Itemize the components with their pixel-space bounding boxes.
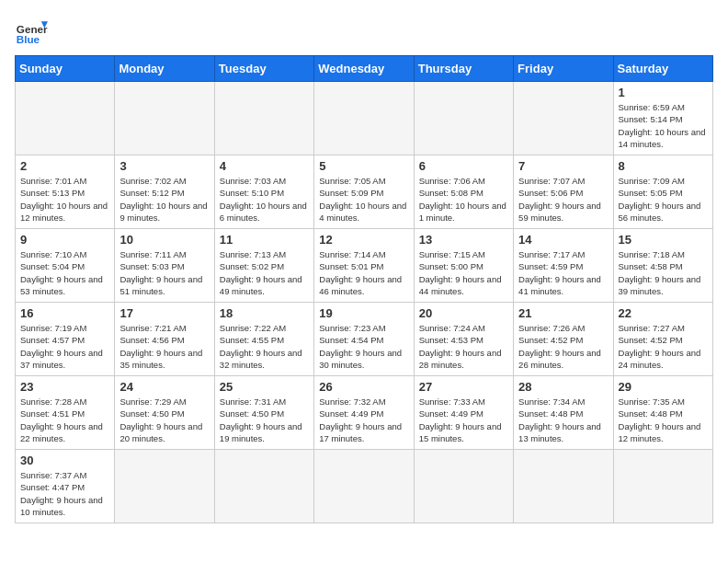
day-number: 8 bbox=[619, 159, 709, 173]
day-cell: 11Sunrise: 7:13 AM Sunset: 5:02 PM Dayli… bbox=[214, 229, 313, 303]
day-number: 6 bbox=[419, 159, 509, 173]
day-info: Sunrise: 7:07 AM Sunset: 5:06 PM Dayligh… bbox=[518, 175, 609, 224]
day-cell: 18Sunrise: 7:22 AM Sunset: 4:55 PM Dayli… bbox=[214, 303, 313, 376]
day-number: 30 bbox=[20, 454, 110, 467]
day-info: Sunrise: 7:27 AM Sunset: 4:52 PM Dayligh… bbox=[619, 322, 709, 371]
day-cell: 21Sunrise: 7:26 AM Sunset: 4:52 PM Dayli… bbox=[514, 303, 613, 376]
day-cell: 30Sunrise: 7:37 AM Sunset: 4:47 PM Dayli… bbox=[16, 450, 115, 523]
day-info: Sunrise: 7:01 AM Sunset: 5:13 PM Dayligh… bbox=[20, 175, 110, 224]
day-cell: 27Sunrise: 7:33 AM Sunset: 4:49 PM Dayli… bbox=[414, 376, 513, 450]
day-number: 24 bbox=[119, 380, 210, 394]
day-cell bbox=[314, 82, 414, 155]
weekday-header-monday: Monday bbox=[115, 56, 214, 82]
day-info: Sunrise: 6:59 AM Sunset: 5:14 PM Dayligh… bbox=[619, 101, 709, 150]
day-cell: 15Sunrise: 7:18 AM Sunset: 4:58 PM Dayli… bbox=[613, 229, 712, 303]
day-cell: 1Sunrise: 6:59 AM Sunset: 5:14 PM Daylig… bbox=[613, 82, 712, 155]
day-number: 20 bbox=[419, 306, 509, 320]
day-number: 15 bbox=[619, 233, 709, 247]
day-cell: 8Sunrise: 7:09 AM Sunset: 5:05 PM Daylig… bbox=[613, 155, 712, 229]
day-info: Sunrise: 7:37 AM Sunset: 4:47 PM Dayligh… bbox=[20, 469, 110, 518]
day-number: 18 bbox=[220, 306, 310, 320]
day-info: Sunrise: 7:06 AM Sunset: 5:08 PM Dayligh… bbox=[419, 175, 509, 224]
day-info: Sunrise: 7:28 AM Sunset: 4:51 PM Dayligh… bbox=[20, 396, 110, 444]
day-cell: 25Sunrise: 7:31 AM Sunset: 4:50 PM Dayli… bbox=[214, 376, 313, 450]
day-info: Sunrise: 7:26 AM Sunset: 4:52 PM Dayligh… bbox=[518, 322, 609, 371]
day-cell: 12Sunrise: 7:14 AM Sunset: 5:01 PM Dayli… bbox=[314, 229, 414, 303]
day-info: Sunrise: 7:05 AM Sunset: 5:09 PM Dayligh… bbox=[319, 175, 409, 224]
day-cell: 6Sunrise: 7:06 AM Sunset: 5:08 PM Daylig… bbox=[414, 155, 513, 229]
day-cell: 29Sunrise: 7:35 AM Sunset: 4:48 PM Dayli… bbox=[613, 376, 712, 450]
day-number: 23 bbox=[20, 380, 110, 394]
day-cell bbox=[115, 450, 214, 523]
day-number: 27 bbox=[419, 380, 509, 394]
day-info: Sunrise: 7:32 AM Sunset: 4:49 PM Dayligh… bbox=[319, 396, 409, 444]
day-cell bbox=[514, 82, 613, 155]
day-cell: 22Sunrise: 7:27 AM Sunset: 4:52 PM Dayli… bbox=[613, 303, 712, 376]
day-number: 9 bbox=[20, 233, 110, 247]
week-row-5: 23Sunrise: 7:28 AM Sunset: 4:51 PM Dayli… bbox=[16, 376, 713, 450]
day-number: 21 bbox=[518, 306, 609, 320]
day-cell: 26Sunrise: 7:32 AM Sunset: 4:49 PM Dayli… bbox=[314, 376, 414, 450]
day-cell: 24Sunrise: 7:29 AM Sunset: 4:50 PM Dayli… bbox=[115, 376, 214, 450]
day-number: 12 bbox=[319, 233, 409, 247]
day-info: Sunrise: 7:13 AM Sunset: 5:02 PM Dayligh… bbox=[220, 248, 310, 297]
calendar-table: SundayMondayTuesdayWednesdayThursdayFrid… bbox=[15, 55, 713, 523]
day-cell: 14Sunrise: 7:17 AM Sunset: 4:59 PM Dayli… bbox=[514, 229, 613, 303]
day-number: 2 bbox=[20, 159, 110, 173]
day-number: 29 bbox=[619, 380, 709, 394]
weekday-header-friday: Friday bbox=[514, 56, 613, 82]
logo-icon: General Blue bbox=[15, 15, 48, 48]
day-cell: 3Sunrise: 7:02 AM Sunset: 5:12 PM Daylig… bbox=[115, 155, 214, 229]
week-row-4: 16Sunrise: 7:19 AM Sunset: 4:57 PM Dayli… bbox=[16, 303, 713, 376]
day-info: Sunrise: 7:09 AM Sunset: 5:05 PM Dayligh… bbox=[619, 175, 709, 224]
day-number: 11 bbox=[220, 233, 310, 247]
day-number: 17 bbox=[119, 306, 210, 320]
day-cell bbox=[115, 82, 214, 155]
day-info: Sunrise: 7:17 AM Sunset: 4:59 PM Dayligh… bbox=[518, 248, 609, 297]
week-row-2: 2Sunrise: 7:01 AM Sunset: 5:13 PM Daylig… bbox=[16, 155, 713, 229]
day-info: Sunrise: 7:03 AM Sunset: 5:10 PM Dayligh… bbox=[220, 175, 310, 224]
weekday-header-thursday: Thursday bbox=[414, 56, 513, 82]
day-cell: 4Sunrise: 7:03 AM Sunset: 5:10 PM Daylig… bbox=[214, 155, 313, 229]
day-cell bbox=[314, 450, 414, 523]
svg-text:Blue: Blue bbox=[17, 33, 40, 45]
day-number: 28 bbox=[518, 380, 609, 394]
day-cell: 10Sunrise: 7:11 AM Sunset: 5:03 PM Dayli… bbox=[115, 229, 214, 303]
day-number: 19 bbox=[319, 306, 409, 320]
weekday-header-sunday: Sunday bbox=[16, 56, 115, 82]
day-cell bbox=[16, 82, 115, 155]
day-cell: 7Sunrise: 7:07 AM Sunset: 5:06 PM Daylig… bbox=[514, 155, 613, 229]
day-info: Sunrise: 7:14 AM Sunset: 5:01 PM Dayligh… bbox=[319, 248, 409, 297]
day-number: 22 bbox=[619, 306, 709, 320]
day-cell: 2Sunrise: 7:01 AM Sunset: 5:13 PM Daylig… bbox=[16, 155, 115, 229]
weekday-header-row: SundayMondayTuesdayWednesdayThursdayFrid… bbox=[16, 56, 713, 82]
day-info: Sunrise: 7:24 AM Sunset: 4:53 PM Dayligh… bbox=[419, 322, 509, 371]
day-info: Sunrise: 7:33 AM Sunset: 4:49 PM Dayligh… bbox=[419, 396, 509, 444]
day-cell: 5Sunrise: 7:05 AM Sunset: 5:09 PM Daylig… bbox=[314, 155, 414, 229]
weekday-header-saturday: Saturday bbox=[613, 56, 712, 82]
week-row-6: 30Sunrise: 7:37 AM Sunset: 4:47 PM Dayli… bbox=[16, 450, 713, 523]
day-info: Sunrise: 7:29 AM Sunset: 4:50 PM Dayligh… bbox=[119, 396, 210, 444]
day-cell bbox=[414, 450, 513, 523]
day-cell bbox=[214, 450, 313, 523]
day-number: 5 bbox=[319, 159, 409, 173]
weekday-header-wednesday: Wednesday bbox=[314, 56, 414, 82]
day-info: Sunrise: 7:18 AM Sunset: 4:58 PM Dayligh… bbox=[619, 248, 709, 297]
day-number: 10 bbox=[119, 233, 210, 247]
day-info: Sunrise: 7:34 AM Sunset: 4:48 PM Dayligh… bbox=[518, 396, 609, 444]
day-info: Sunrise: 7:10 AM Sunset: 5:04 PM Dayligh… bbox=[20, 248, 110, 297]
day-info: Sunrise: 7:15 AM Sunset: 5:00 PM Dayligh… bbox=[419, 248, 509, 297]
day-cell bbox=[214, 82, 313, 155]
day-number: 3 bbox=[119, 159, 210, 173]
day-number: 25 bbox=[220, 380, 310, 394]
day-info: Sunrise: 7:22 AM Sunset: 4:55 PM Dayligh… bbox=[220, 322, 310, 371]
logo: General Blue bbox=[15, 15, 48, 48]
week-row-3: 9Sunrise: 7:10 AM Sunset: 5:04 PM Daylig… bbox=[16, 229, 713, 303]
weekday-header-tuesday: Tuesday bbox=[214, 56, 313, 82]
day-info: Sunrise: 7:23 AM Sunset: 4:54 PM Dayligh… bbox=[319, 322, 409, 371]
day-number: 7 bbox=[518, 159, 609, 173]
day-cell: 28Sunrise: 7:34 AM Sunset: 4:48 PM Dayli… bbox=[514, 376, 613, 450]
day-info: Sunrise: 7:11 AM Sunset: 5:03 PM Dayligh… bbox=[119, 248, 210, 297]
day-info: Sunrise: 7:35 AM Sunset: 4:48 PM Dayligh… bbox=[619, 396, 709, 444]
day-cell: 16Sunrise: 7:19 AM Sunset: 4:57 PM Dayli… bbox=[16, 303, 115, 376]
